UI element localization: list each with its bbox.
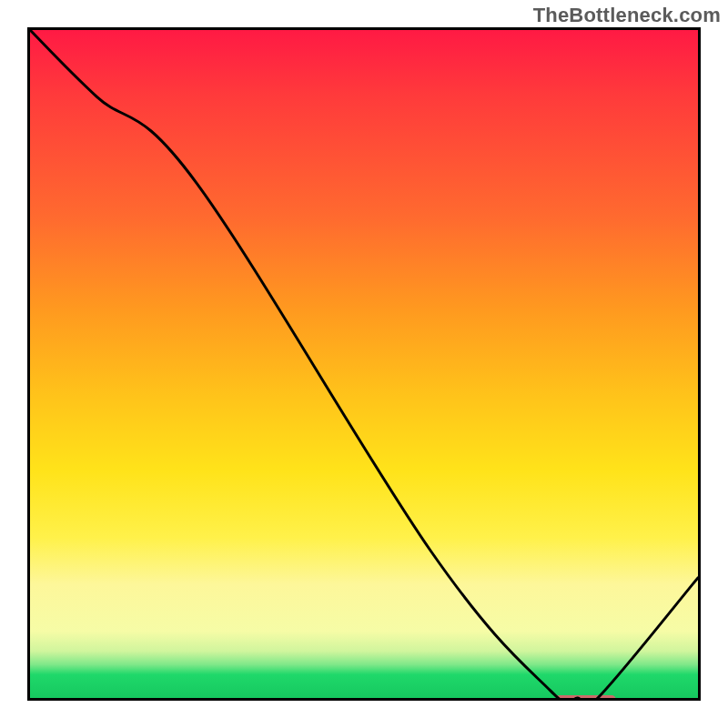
heat-gradient <box>30 30 698 698</box>
watermark-label: TheBottleneck.com <box>533 4 721 27</box>
optimal-range-marker <box>555 695 616 701</box>
plot-area <box>27 27 701 701</box>
chart-container: TheBottleneck.com <box>0 0 728 728</box>
